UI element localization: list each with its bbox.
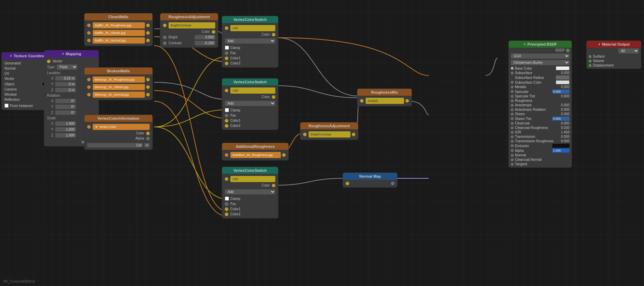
bw-albedo-out-socket[interactable] [146,85,150,89]
bsdf-transmission-socket[interactable] [511,135,514,138]
bsdf-sheen-socket[interactable] [511,113,514,116]
bsdf-anisotropic-rot-socket[interactable] [511,108,514,111]
bsdf-clearcoat-roughness-socket[interactable] [511,127,514,129]
mapping-loc-x-input[interactable] [55,76,76,81]
rm-multiply-in-socket[interactable] [360,99,364,103]
bw-roughness-in-socket[interactable] [87,78,91,81]
vcs1-header[interactable]: VertexColorSwitch [222,16,278,23]
vcs1-color2-socket[interactable] [225,62,228,65]
mapping-sc-z-input[interactable] [55,133,76,138]
rat-color-out-socket[interactable] [212,30,215,34]
cw-normal-out-socket[interactable] [146,39,150,42]
vcs1-dropdown[interactable]: Add [225,38,275,44]
rat-bright-socket[interactable] [163,36,166,39]
mat-output-displacement-socket[interactable] [589,64,591,67]
mapping-type-select[interactable]: Point [57,64,77,70]
vci-col-input[interactable] [87,143,143,147]
bw-normal-in-socket[interactable] [87,93,91,96]
vcs2-clamp-checkbox[interactable] [225,108,229,112]
bsdf-emission-bar[interactable] [552,144,570,148]
normal-map-header[interactable]: Normal Map [343,173,397,180]
rab-out-socket[interactable] [352,133,355,136]
bsdf-roughness-socket[interactable] [511,99,514,102]
rab-in-socket[interactable] [303,133,307,136]
bsdf-subsurface-color-swatch[interactable] [556,80,570,84]
bsdf-subsurface-radius-bar[interactable] [556,75,570,80]
mapping-loc-z-input[interactable] [55,88,76,92]
rat-contrast-socket[interactable] [163,41,166,45]
bw-normal-out-socket[interactable] [146,93,150,96]
mat-output-volume-socket[interactable] [589,60,591,62]
rat-bright-input[interactable] [195,35,215,39]
vcs3-fac-socket[interactable] [225,202,228,206]
vcs3-clamp-checkbox[interactable] [225,196,229,201]
bsdf-header[interactable]: ▼ Principled BSDF [509,41,572,48]
bsdf-anisotropic-socket[interactable] [511,104,514,107]
vcs2-header[interactable]: VertexColorSwitch [222,79,278,85]
bsdf-emission-socket[interactable] [511,144,514,147]
mapping-sc-x-input[interactable] [55,121,76,126]
broken-walls-header[interactable]: BrokenWalls [84,68,152,74]
vci-vc-in-socket[interactable] [87,125,91,129]
bsdf-base-color-swatch[interactable] [556,66,570,70]
bsdf-sheen-tint-bar[interactable]: 0.500 [552,117,570,121]
vci-alpha-out-socket[interactable] [146,137,150,140]
mapping-sc-y-input[interactable] [55,127,76,132]
vcs2-add-in-socket[interactable] [225,89,228,92]
roughness-adj-bottom-header[interactable]: RoughnessAdjustment [300,122,358,129]
mapping-vector-in-socket[interactable] [47,60,50,63]
bw-roughness-out-socket[interactable] [146,78,150,81]
vcs3-color2-socket[interactable] [225,213,228,216]
ar-out-socket[interactable] [282,153,286,157]
bsdf-transmission-roughness-socket[interactable] [511,140,514,143]
rat-contrast-input[interactable] [195,41,215,45]
bsdf-specular-socket[interactable] [511,90,514,93]
cw-normal-in-socket[interactable] [87,39,91,42]
vcs3-color-out-socket[interactable] [272,184,275,187]
ar-in-socket[interactable] [225,153,228,157]
cw-roughness-out-socket[interactable] [146,24,150,27]
mapping-rot-x-input[interactable] [55,99,76,103]
bsdf-specular-tint-socket[interactable] [511,95,514,98]
cw-albedo-out-socket[interactable] [146,31,150,35]
vcs1-add-in-socket[interactable] [225,26,228,30]
mat-output-header[interactable]: ▼ Material Output [587,41,641,48]
vcs3-dropdown[interactable]: Add [225,189,275,194]
bsdf-subsurface-socket[interactable] [511,72,514,74]
bsdf-alpha-socket[interactable] [511,149,514,152]
ar-header[interactable]: AdditionalRoughness [222,143,288,150]
bsdf-alpha-bar[interactable]: 1.000 [552,148,570,153]
vci-color-out-socket[interactable] [146,132,150,135]
cw-roughness-in-socket[interactable] [87,24,91,27]
nm-in-socket[interactable] [346,182,349,185]
vci-col-clear-button[interactable]: ✕ [144,143,150,147]
rat-in-socket[interactable] [163,24,166,27]
vcs2-color2-socket[interactable] [225,124,228,128]
mat-output-all-select[interactable]: All [618,48,639,53]
clean-walls-header[interactable]: CleanWalls [84,13,152,20]
bsdf-clearcoat-normal-socket[interactable] [511,158,514,161]
bsdf-metallic-socket[interactable] [511,86,514,88]
bsdf-subsurface-color-socket[interactable] [511,81,514,84]
tc-instancer-checkbox[interactable] [4,104,9,108]
vcs2-fac-socket[interactable] [225,114,228,117]
bsdf-sheen-tint-socket[interactable] [511,117,514,120]
mapping-loc-y-input[interactable] [55,82,76,86]
vcs3-color1-socket[interactable] [225,207,228,211]
vcs3-header[interactable]: VertexColorSwitch [222,167,278,174]
vcs2-color-out-socket[interactable] [272,95,275,99]
vci-header[interactable]: VertexColorInformation [84,115,152,122]
vcs1-fac-socket[interactable] [225,51,228,55]
bw-albedo-in-socket[interactable] [87,85,91,89]
cw-albedo-in-socket[interactable] [87,31,91,35]
vcs3-add-in-socket[interactable] [225,177,228,181]
vcs2-color1-socket[interactable] [225,119,228,122]
mapping-rot-y-input[interactable] [55,105,76,109]
bsdf-ior-socket[interactable] [511,131,514,134]
vcs1-clamp-checkbox[interactable] [225,46,229,50]
roughness-adj-top-header[interactable]: RoughnessAdjustment [160,13,218,20]
vcs2-dropdown[interactable]: Add [225,101,275,106]
bsdf-specular-bar[interactable]: 0.500 [552,90,570,94]
bsdf-tangent-socket[interactable] [511,163,514,166]
bsdf-out-socket[interactable] [566,49,570,52]
